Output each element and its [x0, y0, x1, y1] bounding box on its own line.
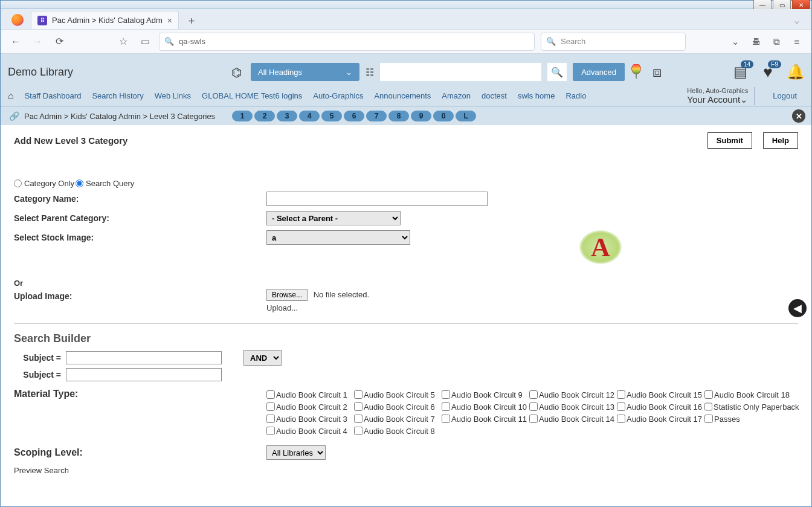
material-type-item[interactable]: Audio Book Circuit 18: [704, 389, 792, 401]
upload-link[interactable]: Upload...: [266, 303, 369, 312]
pill-8[interactable]: 8: [388, 111, 409, 121]
catalog-search-button[interactable]: 🔍: [547, 63, 567, 81]
material-type-checkbox[interactable]: [354, 415, 362, 423]
advanced-search-button[interactable]: Advanced: [573, 63, 625, 81]
material-type-item[interactable]: Audio Book Circuit 16: [617, 401, 704, 413]
catalog-search-input[interactable]: [380, 63, 541, 81]
material-type-checkbox[interactable]: [704, 415, 713, 423]
material-type-checkbox[interactable]: [617, 402, 625, 411]
nav-announcements[interactable]: Announcements: [374, 91, 431, 100]
material-type-checkbox[interactable]: [266, 415, 275, 423]
breadcrumb-text[interactable]: Pac Admin > Kids' Catalog Admin > Level …: [24, 112, 215, 121]
material-type-item[interactable]: Audio Book Circuit 17: [617, 413, 704, 425]
browser-search-box[interactable]: 🔍 Search: [541, 33, 686, 51]
nav-web-links[interactable]: Web Links: [155, 91, 191, 100]
back-button[interactable]: ←: [8, 34, 24, 50]
nav-auto-graphics[interactable]: Auto-Graphics: [313, 91, 363, 100]
clipboard-icon[interactable]: ▭: [137, 34, 153, 50]
material-type-checkbox[interactable]: [354, 402, 362, 411]
print-icon[interactable]: 🖶: [749, 34, 763, 49]
material-type-checkbox[interactable]: [354, 427, 362, 435]
tabs-dropdown-icon[interactable]: ⌵: [794, 16, 811, 29]
pill-4[interactable]: 4: [299, 111, 320, 121]
stock-image-select[interactable]: a: [266, 230, 410, 245]
material-type-item[interactable]: Audio Book Circuit 5: [354, 389, 442, 401]
subject-input-1[interactable]: [66, 351, 222, 364]
nav-radio[interactable]: Radio: [566, 91, 586, 100]
material-type-checkbox[interactable]: [442, 390, 450, 399]
radio-search-query[interactable]: [76, 179, 83, 187]
pill-L[interactable]: L: [456, 111, 476, 121]
bookmark-star-icon[interactable]: ☆: [115, 34, 131, 50]
category-name-input[interactable]: [266, 192, 488, 206]
material-type-checkbox[interactable]: [529, 390, 538, 399]
pocket-icon[interactable]: ⌄: [728, 34, 743, 49]
preview-search-link[interactable]: Preview Search: [14, 466, 798, 475]
nav-search-history[interactable]: Search History: [92, 91, 143, 100]
balloon-icon[interactable]: [631, 64, 642, 80]
boolean-operator-select[interactable]: AND: [243, 350, 282, 366]
material-type-item[interactable]: Audio Book Circuit 3: [266, 413, 354, 425]
material-type-item[interactable]: Audio Book Circuit 11: [442, 413, 529, 425]
nav-amazon[interactable]: Amazon: [442, 91, 471, 100]
pill-3[interactable]: 3: [277, 111, 297, 121]
logout-link[interactable]: Logout: [765, 91, 804, 100]
material-type-checkbox[interactable]: [529, 402, 538, 411]
material-type-checkbox[interactable]: [442, 415, 450, 423]
browse-button[interactable]: Browse...: [266, 289, 308, 301]
material-type-item[interactable]: Audio Book Circuit 2: [266, 401, 354, 413]
parent-category-select[interactable]: - Select a Parent -: [266, 211, 401, 225]
material-type-checkbox[interactable]: [704, 390, 713, 399]
scoping-level-select[interactable]: All Libraries: [266, 445, 326, 460]
pill-6[interactable]: 6: [344, 111, 364, 121]
nav-staff-dashboard[interactable]: Staff Dashboard: [25, 91, 82, 100]
extensions-icon[interactable]: ⧉: [769, 34, 784, 49]
tab-close-icon[interactable]: ×: [167, 16, 172, 25]
material-type-item[interactable]: Audio Book Circuit 10: [442, 401, 529, 413]
material-type-item[interactable]: Audio Book Circuit 1: [266, 389, 354, 401]
material-type-item[interactable]: Audio Book Circuit 8: [354, 425, 442, 437]
material-type-item[interactable]: Audio Book Circuit 12: [529, 389, 617, 401]
material-type-checkbox[interactable]: [354, 390, 362, 399]
close-panel-icon[interactable]: ✕: [792, 109, 805, 123]
pill-5[interactable]: 5: [321, 111, 342, 121]
material-type-item[interactable]: Audio Book Circuit 6: [354, 401, 442, 413]
material-type-item[interactable]: Audio Book Circuit 7: [354, 413, 442, 425]
material-type-checkbox[interactable]: [266, 402, 275, 411]
pill-1[interactable]: 1: [232, 111, 253, 121]
material-type-item[interactable]: Audio Book Circuit 14: [529, 413, 617, 425]
material-type-item[interactable]: Audio Book Circuit 9: [442, 389, 529, 401]
nav-doctest[interactable]: doctest: [482, 91, 507, 100]
submit-button[interactable]: Submit: [707, 132, 752, 149]
material-type-item[interactable]: Audio Book Circuit 4: [266, 425, 354, 437]
collapse-arrow-icon[interactable]: ◀: [788, 299, 807, 317]
address-bar[interactable]: 🔍 qa-swls: [159, 33, 535, 51]
material-type-checkbox[interactable]: [529, 415, 538, 423]
material-type-checkbox[interactable]: [617, 390, 625, 399]
pill-9[interactable]: 9: [411, 111, 431, 121]
material-type-item[interactable]: Passes: [704, 413, 792, 425]
favorites-heart-icon[interactable]: ♥ F9: [759, 64, 776, 80]
nav-global-home[interactable]: GLOBAL HOME Test6 logins: [202, 91, 302, 100]
home-icon[interactable]: ⌂: [8, 91, 14, 102]
material-type-checkbox[interactable]: [442, 402, 450, 411]
notifications-bell-icon[interactable]: 🔔: [787, 64, 804, 80]
help-button[interactable]: Help: [763, 132, 798, 149]
nav-swls-home[interactable]: swls home: [518, 91, 555, 100]
material-type-item[interactable]: Audio Book Circuit 13: [529, 401, 617, 413]
subject-input-2[interactable]: [66, 368, 222, 381]
material-type-checkbox[interactable]: [266, 390, 275, 399]
database-icon[interactable]: ☷: [366, 66, 374, 78]
new-tab-button[interactable]: +: [184, 13, 199, 29]
pill-7[interactable]: 7: [366, 111, 387, 121]
forward-button[interactable]: →: [30, 34, 45, 50]
pill-2[interactable]: 2: [254, 111, 275, 121]
hamburger-menu-icon[interactable]: ≡: [790, 34, 804, 49]
material-type-item[interactable]: Audio Book Circuit 15: [617, 389, 704, 401]
translate-icon[interactable]: ⌬: [231, 65, 245, 79]
books-search-icon[interactable]: ⧈: [652, 63, 662, 80]
reload-button[interactable]: ⟳: [51, 34, 67, 50]
pill-0[interactable]: 0: [433, 111, 454, 121]
list-icon[interactable]: ▤ 14: [732, 64, 749, 80]
material-type-checkbox[interactable]: [266, 427, 275, 435]
